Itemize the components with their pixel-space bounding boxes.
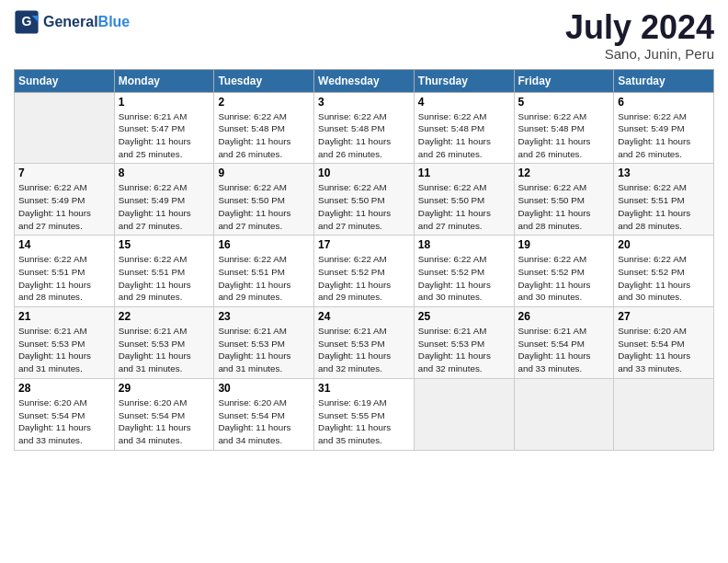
day-number: 27 [618, 310, 710, 323]
cell-info: Sunrise: 6:22 AM Sunset: 5:52 PM Dayligh… [318, 253, 410, 304]
cell-info: Sunrise: 6:21 AM Sunset: 5:54 PM Dayligh… [518, 325, 610, 375]
day-number: 9 [218, 167, 310, 179]
cell-info: Sunrise: 6:21 AM Sunset: 5:47 PM Dayligh… [119, 110, 210, 161]
cell-info: Sunrise: 6:20 AM Sunset: 5:54 PM Dayligh… [119, 396, 210, 447]
calendar-cell: 13Sunrise: 6:22 AM Sunset: 5:51 PM Dayli… [614, 164, 714, 236]
calendar-cell: 6Sunrise: 6:22 AM Sunset: 5:49 PM Daylig… [614, 92, 714, 164]
calendar-body: 1Sunrise: 6:21 AM Sunset: 5:47 PM Daylig… [15, 92, 714, 450]
day-number: 30 [218, 382, 310, 395]
cell-info: Sunrise: 6:22 AM Sunset: 5:50 PM Dayligh… [318, 181, 410, 232]
calendar-cell: 23Sunrise: 6:21 AM Sunset: 5:53 PM Dayli… [214, 307, 314, 379]
cell-info: Sunrise: 6:22 AM Sunset: 5:50 PM Dayligh… [418, 181, 510, 232]
day-number: 14 [18, 238, 110, 251]
column-header-monday: Monday [114, 69, 214, 92]
cell-info: Sunrise: 6:22 AM Sunset: 5:49 PM Dayligh… [119, 181, 210, 232]
day-number: 17 [318, 238, 410, 251]
cell-info: Sunrise: 6:19 AM Sunset: 5:55 PM Dayligh… [318, 396, 410, 447]
calendar-cell: 8Sunrise: 6:22 AM Sunset: 5:49 PM Daylig… [114, 164, 214, 236]
calendar-cell: 21Sunrise: 6:21 AM Sunset: 5:53 PM Dayli… [15, 307, 115, 379]
calendar-cell: 28Sunrise: 6:20 AM Sunset: 5:54 PM Dayli… [15, 378, 115, 450]
day-number: 21 [18, 310, 110, 323]
cell-info: Sunrise: 6:22 AM Sunset: 5:52 PM Dayligh… [518, 253, 610, 304]
day-number: 3 [318, 96, 410, 109]
day-number: 11 [418, 167, 510, 179]
day-number: 10 [318, 167, 410, 179]
column-header-thursday: Thursday [414, 69, 514, 92]
cell-info: Sunrise: 6:22 AM Sunset: 5:48 PM Dayligh… [518, 110, 610, 161]
day-number: 7 [18, 167, 110, 179]
subtitle: Sano, Junin, Peru [565, 46, 714, 62]
cell-info: Sunrise: 6:22 AM Sunset: 5:50 PM Dayligh… [518, 181, 610, 232]
cell-info: Sunrise: 6:21 AM Sunset: 5:53 PM Dayligh… [418, 325, 510, 375]
calendar-cell: 31Sunrise: 6:19 AM Sunset: 5:55 PM Dayli… [314, 378, 415, 450]
cell-info: Sunrise: 6:21 AM Sunset: 5:53 PM Dayligh… [318, 325, 410, 375]
main-title: July 2024 [565, 9, 714, 46]
day-number: 22 [119, 310, 210, 323]
column-header-saturday: Saturday [614, 69, 714, 92]
cell-info: Sunrise: 6:22 AM Sunset: 5:52 PM Dayligh… [418, 253, 510, 304]
week-row-1: 1Sunrise: 6:21 AM Sunset: 5:47 PM Daylig… [15, 92, 714, 164]
calendar-cell: 20Sunrise: 6:22 AM Sunset: 5:52 PM Dayli… [614, 236, 714, 307]
calendar-cell: 27Sunrise: 6:20 AM Sunset: 5:54 PM Dayli… [614, 307, 714, 379]
calendar-cell: 25Sunrise: 6:21 AM Sunset: 5:53 PM Dayli… [414, 307, 514, 379]
calendar-cell: 24Sunrise: 6:21 AM Sunset: 5:53 PM Dayli… [314, 307, 415, 379]
calendar-cell: 14Sunrise: 6:22 AM Sunset: 5:51 PM Dayli… [15, 236, 115, 307]
header: G GeneralBlue July 2024 Sano, Junin, Per… [14, 9, 714, 62]
svg-text:G: G [22, 14, 32, 29]
cell-info: Sunrise: 6:22 AM Sunset: 5:52 PM Dayligh… [618, 253, 710, 304]
cell-info: Sunrise: 6:21 AM Sunset: 5:53 PM Dayligh… [18, 325, 110, 375]
cell-info: Sunrise: 6:22 AM Sunset: 5:50 PM Dayligh… [218, 181, 310, 232]
calendar-table: SundayMondayTuesdayWednesdayThursdayFrid… [14, 69, 714, 451]
calendar-cell: 19Sunrise: 6:22 AM Sunset: 5:52 PM Dayli… [514, 236, 614, 307]
calendar-cell [614, 378, 714, 450]
calendar-header-row: SundayMondayTuesdayWednesdayThursdayFrid… [15, 69, 714, 92]
day-number: 16 [218, 238, 310, 251]
day-number: 31 [318, 382, 410, 395]
cell-info: Sunrise: 6:22 AM Sunset: 5:51 PM Dayligh… [18, 253, 110, 304]
calendar-cell: 30Sunrise: 6:20 AM Sunset: 5:54 PM Dayli… [214, 378, 314, 450]
week-row-3: 14Sunrise: 6:22 AM Sunset: 5:51 PM Dayli… [15, 236, 714, 307]
calendar-cell: 7Sunrise: 6:22 AM Sunset: 5:49 PM Daylig… [15, 164, 115, 236]
week-row-2: 7Sunrise: 6:22 AM Sunset: 5:49 PM Daylig… [15, 164, 714, 236]
cell-info: Sunrise: 6:20 AM Sunset: 5:54 PM Dayligh… [218, 396, 310, 447]
day-number: 23 [218, 310, 310, 323]
title-block: July 2024 Sano, Junin, Peru [565, 9, 714, 62]
column-header-wednesday: Wednesday [314, 69, 415, 92]
day-number: 28 [18, 382, 110, 395]
logo: G GeneralBlue [14, 9, 130, 35]
cell-info: Sunrise: 6:22 AM Sunset: 5:48 PM Dayligh… [318, 110, 410, 161]
calendar-cell: 10Sunrise: 6:22 AM Sunset: 5:50 PM Dayli… [314, 164, 415, 236]
cell-info: Sunrise: 6:21 AM Sunset: 5:53 PM Dayligh… [218, 325, 310, 375]
day-number: 6 [618, 96, 710, 109]
cell-info: Sunrise: 6:22 AM Sunset: 5:51 PM Dayligh… [218, 253, 310, 304]
day-number: 26 [518, 310, 610, 323]
calendar-cell: 22Sunrise: 6:21 AM Sunset: 5:53 PM Dayli… [114, 307, 214, 379]
calendar-cell: 18Sunrise: 6:22 AM Sunset: 5:52 PM Dayli… [414, 236, 514, 307]
calendar-cell: 1Sunrise: 6:21 AM Sunset: 5:47 PM Daylig… [114, 92, 214, 164]
calendar-cell: 12Sunrise: 6:22 AM Sunset: 5:50 PM Dayli… [514, 164, 614, 236]
logo-text: GeneralBlue [43, 14, 130, 30]
cell-info: Sunrise: 6:22 AM Sunset: 5:48 PM Dayligh… [418, 110, 510, 161]
week-row-5: 28Sunrise: 6:20 AM Sunset: 5:54 PM Dayli… [15, 378, 714, 450]
logo-icon: G [14, 9, 40, 35]
calendar-cell: 16Sunrise: 6:22 AM Sunset: 5:51 PM Dayli… [214, 236, 314, 307]
calendar-cell: 4Sunrise: 6:22 AM Sunset: 5:48 PM Daylig… [414, 92, 514, 164]
page-container: G GeneralBlue July 2024 Sano, Junin, Per… [0, 0, 728, 460]
column-header-sunday: Sunday [15, 69, 115, 92]
day-number: 12 [518, 167, 610, 179]
calendar-cell: 29Sunrise: 6:20 AM Sunset: 5:54 PM Dayli… [114, 378, 214, 450]
week-row-4: 21Sunrise: 6:21 AM Sunset: 5:53 PM Dayli… [15, 307, 714, 379]
calendar-cell [15, 92, 115, 164]
day-number: 13 [618, 167, 710, 179]
cell-info: Sunrise: 6:22 AM Sunset: 5:48 PM Dayligh… [218, 110, 310, 161]
calendar-cell: 26Sunrise: 6:21 AM Sunset: 5:54 PM Dayli… [514, 307, 614, 379]
calendar-cell: 5Sunrise: 6:22 AM Sunset: 5:48 PM Daylig… [514, 92, 614, 164]
calendar-cell: 9Sunrise: 6:22 AM Sunset: 5:50 PM Daylig… [214, 164, 314, 236]
day-number: 18 [418, 238, 510, 251]
day-number: 19 [518, 238, 610, 251]
cell-info: Sunrise: 6:21 AM Sunset: 5:53 PM Dayligh… [119, 325, 210, 375]
cell-info: Sunrise: 6:20 AM Sunset: 5:54 PM Dayligh… [618, 325, 710, 375]
day-number: 25 [418, 310, 510, 323]
cell-info: Sunrise: 6:22 AM Sunset: 5:51 PM Dayligh… [618, 181, 710, 232]
day-number: 4 [418, 96, 510, 109]
